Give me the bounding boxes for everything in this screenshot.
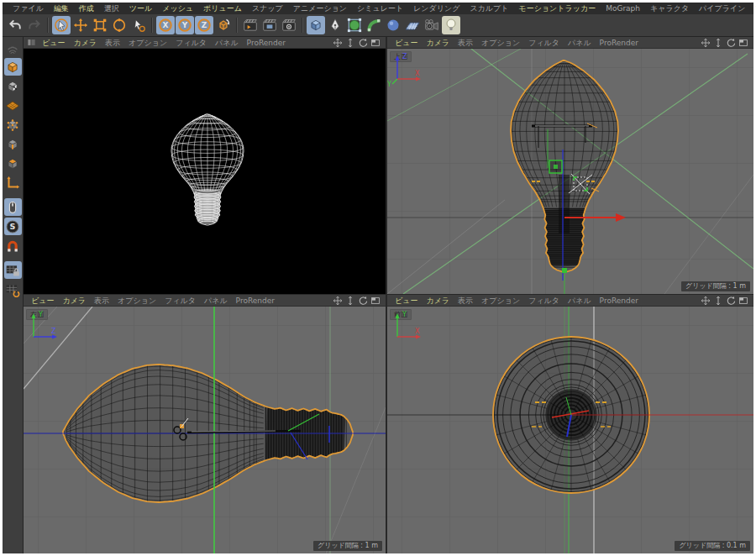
vp-menu-filter[interactable]: フィルタ — [160, 295, 200, 307]
pan-icon[interactable] — [701, 296, 711, 306]
scale-tool-button[interactable] — [91, 16, 109, 34]
vp-menu-options[interactable]: オプション — [124, 37, 171, 49]
vp-menu-view[interactable]: ビュー — [38, 37, 69, 49]
move-tool-button[interactable] — [71, 16, 90, 34]
left-view-canvas[interactable]: 左面 グリッド間隔 : 1 m Y Z — [24, 307, 386, 553]
coordinate-system-button[interactable] — [214, 16, 233, 34]
top-view-canvas[interactable]: 上面 グリッド間隔 : 1 m Z X Y — [387, 49, 753, 294]
vp-menu-filter[interactable]: フィルタ — [171, 37, 211, 49]
volume-builder-button[interactable] — [384, 16, 402, 34]
vp-menu-display[interactable]: 表示 — [101, 37, 124, 49]
floor-button[interactable] — [403, 16, 422, 34]
menu-sculpt[interactable]: スカルプト — [465, 3, 513, 14]
rotate-tool-button[interactable] — [110, 16, 129, 34]
pan-icon[interactable] — [333, 38, 343, 48]
front-view-canvas[interactable]: 前面 グリッド間隔 : 0.1 m Y X — [387, 307, 753, 553]
menu-create[interactable]: 作成 — [74, 3, 99, 14]
undo-button[interactable] — [6, 16, 24, 34]
workplane-mode-button[interactable] — [4, 97, 22, 114]
menu-animation[interactable]: アニメーション — [288, 3, 352, 14]
toggle-view-icon[interactable] — [738, 296, 748, 306]
rotate-view-icon[interactable] — [358, 296, 368, 306]
menu-simulate[interactable]: シミュレート — [352, 3, 408, 14]
dolly-icon[interactable] — [345, 296, 355, 306]
vp-menu-filter[interactable]: フィルタ — [524, 295, 564, 307]
menu-tools[interactable]: ツール — [124, 3, 157, 14]
menu-volume[interactable]: ボリューム — [198, 3, 247, 14]
toggle-view-icon[interactable] — [738, 38, 748, 48]
menu-snap[interactable]: スナップ — [247, 3, 288, 14]
lock-x-axis-button[interactable]: X — [156, 16, 175, 34]
model-mode-button[interactable] — [4, 58, 22, 76]
menu-select[interactable]: 選択 — [99, 3, 124, 14]
vp-menu-view[interactable]: ビュー — [391, 37, 422, 49]
vp-menu-filter[interactable]: フィルタ — [524, 37, 564, 49]
menu-mograph[interactable]: MoGraph — [601, 3, 645, 14]
spline-pen-button[interactable] — [326, 16, 344, 34]
make-editable-button[interactable] — [4, 39, 22, 56]
vp-menu-cameras[interactable]: カメラ — [69, 37, 101, 49]
menu-character[interactable]: キャラクタ — [645, 3, 694, 14]
enable-axis-button[interactable] — [4, 174, 22, 191]
vp-menu-cameras[interactable]: カメラ — [422, 37, 454, 49]
vp-menu-display[interactable]: 表示 — [90, 295, 113, 307]
vp-menu-panel[interactable]: パネル — [564, 37, 596, 49]
menu-plugins[interactable]: プラグイン — [750, 3, 756, 14]
vp-menu-cameras[interactable]: カメラ — [58, 295, 90, 307]
vp-menu-view[interactable]: ビュー — [391, 295, 422, 307]
lock-z-axis-button[interactable]: Z — [195, 16, 213, 34]
vp-menu-panel[interactable]: パネル — [564, 295, 596, 307]
panel-layout-icon[interactable] — [27, 38, 36, 47]
menu-pipeline[interactable]: パイプライン — [694, 3, 750, 14]
vp-menu-prorender[interactable]: ProRender — [596, 295, 643, 307]
points-mode-button[interactable] — [4, 116, 22, 134]
vp-menu-options[interactable]: オプション — [113, 295, 160, 307]
toggle-view-icon[interactable] — [370, 296, 381, 306]
rotate-view-icon[interactable] — [726, 296, 736, 306]
menu-edit[interactable]: 編集 — [49, 3, 74, 14]
vp-menu-prorender[interactable]: ProRender — [596, 37, 643, 49]
planar-workplane-button[interactable] — [4, 281, 22, 298]
deformer-button[interactable] — [365, 16, 383, 34]
dolly-icon[interactable] — [713, 38, 723, 48]
vp-menu-panel[interactable]: パネル — [200, 295, 232, 307]
render-settings-button[interactable] — [280, 16, 298, 34]
vp-menu-prorender[interactable]: ProRender — [232, 295, 279, 307]
light-button[interactable] — [442, 16, 460, 34]
rotate-view-icon[interactable] — [358, 38, 368, 48]
lock-y-axis-button[interactable]: Y — [176, 16, 194, 34]
tweak-mode-button[interactable] — [4, 198, 22, 216]
dolly-icon[interactable] — [345, 38, 355, 48]
menu-file[interactable]: ファイル — [8, 3, 49, 14]
edges-mode-button[interactable] — [4, 135, 22, 153]
menu-mesh[interactable]: メッシュ — [157, 3, 198, 14]
vp-menu-panel[interactable]: パネル — [211, 37, 243, 49]
pan-icon[interactable] — [333, 296, 343, 306]
perspective-canvas[interactable] — [24, 49, 386, 294]
subdivision-surface-button[interactable] — [345, 16, 364, 34]
live-selection-button[interactable] — [52, 16, 71, 34]
vp-menu-prorender[interactable]: ProRender — [243, 37, 290, 49]
rotate-view-icon[interactable] — [726, 38, 736, 48]
redo-button[interactable] — [25, 16, 44, 34]
camera-button[interactable] — [423, 16, 441, 34]
vp-menu-display[interactable]: 表示 — [454, 37, 477, 49]
vp-menu-cameras[interactable]: カメラ — [422, 295, 454, 307]
dolly-icon[interactable] — [713, 296, 723, 306]
vp-menu-view[interactable]: ビュー — [27, 295, 58, 307]
workplane-lock-button[interactable] — [4, 261, 22, 279]
polygons-mode-button[interactable] — [4, 155, 22, 172]
primitive-cube-button[interactable] — [307, 16, 325, 34]
vp-menu-options[interactable]: オプション — [477, 295, 524, 307]
enable-snap-button[interactable] — [4, 237, 22, 254]
vp-menu-options[interactable]: オプション — [477, 37, 524, 49]
last-used-tool-button[interactable] — [129, 16, 148, 34]
vp-menu-display[interactable]: 表示 — [454, 295, 477, 307]
texture-mode-button[interactable] — [4, 77, 22, 95]
snap-settings-button[interactable]: S — [4, 218, 22, 235]
menu-rendering[interactable]: レンダリング — [408, 3, 465, 14]
menu-motion-tracker[interactable]: モーショントラッカー — [513, 3, 601, 14]
toggle-view-icon[interactable] — [370, 38, 381, 48]
render-picture-viewer-button[interactable] — [260, 16, 279, 34]
pan-icon[interactable] — [701, 38, 711, 48]
